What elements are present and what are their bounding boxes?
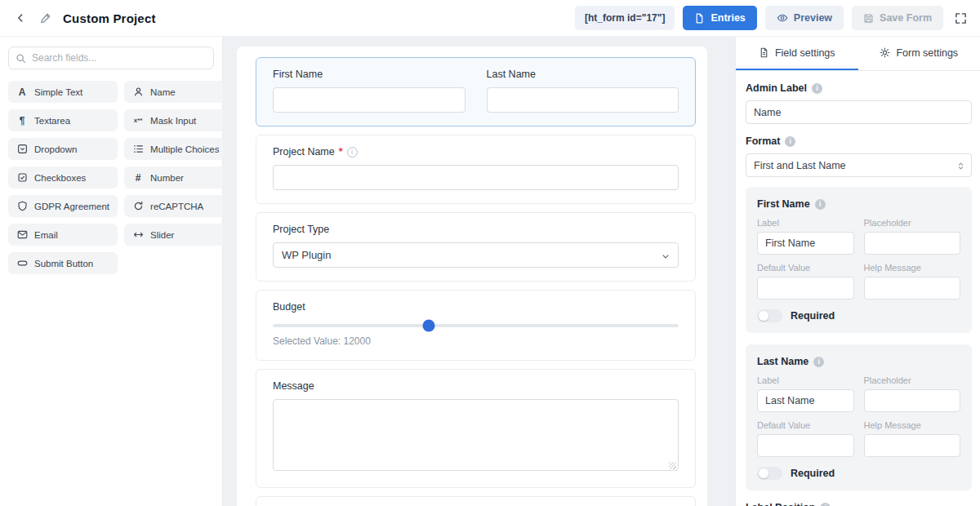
field-type-recaptcha[interactable]: reCAPTCHA: [124, 195, 227, 217]
form-preview-panel: First Name Last Name Project Name * i: [237, 47, 707, 506]
placeholder-caption: Placeholder: [864, 218, 961, 228]
back-button[interactable]: [13, 11, 28, 25]
first-name-settings-group: First Name i Label Placeholder: [746, 187, 972, 333]
chevron-down-icon: [661, 250, 670, 264]
header: Custom Project [ht_form id="17"] Entries…: [0, 0, 980, 37]
edit-title-icon[interactable]: [39, 12, 51, 24]
name-field-block[interactable]: First Name Last Name: [256, 57, 696, 126]
last-name-group-title: Last Name: [757, 356, 808, 367]
project-name-block[interactable]: Project Name * i: [256, 135, 696, 204]
person-icon: [132, 87, 144, 97]
field-type-multiple-choices[interactable]: Multiple Choices: [124, 138, 227, 160]
field-type-gdpr[interactable]: GDPR Agreement: [8, 195, 118, 217]
last-name-default-input[interactable]: [757, 434, 854, 457]
admin-label-input[interactable]: [746, 100, 972, 124]
tab-field-settings[interactable]: Field settings: [736, 37, 858, 70]
first-name-input[interactable]: [273, 87, 466, 113]
fields-sidebar: A Simple Text Name ¶ Textarea x** Mask I…: [0, 37, 223, 506]
save-icon: [863, 13, 874, 24]
save-form-button[interactable]: Save Form: [852, 6, 943, 30]
project-name-label: Project Name: [273, 146, 335, 158]
label-caption: Label: [757, 218, 854, 228]
list-icon: [132, 144, 144, 154]
budget-slider-thumb[interactable]: [423, 320, 435, 332]
field-type-email[interactable]: Email: [8, 224, 118, 246]
placeholder-caption: Placeholder: [864, 375, 961, 385]
first-name-group-title: First Name: [757, 198, 810, 210]
shield-icon: [16, 201, 28, 211]
document-icon: [759, 47, 769, 58]
refresh-icon: [132, 201, 144, 211]
info-icon: i: [820, 503, 831, 506]
mask-icon: x**: [132, 117, 144, 124]
message-textarea[interactable]: [273, 399, 679, 471]
field-type-dropdown[interactable]: Dropdown: [8, 138, 118, 160]
text-icon: A: [16, 87, 28, 98]
info-icon: i: [347, 147, 358, 158]
first-name-label: First Name: [273, 69, 466, 80]
first-name-help-input[interactable]: [864, 277, 961, 300]
required-label: Required: [791, 310, 835, 322]
last-name-input[interactable]: [487, 87, 679, 113]
first-name-label-input[interactable]: [757, 232, 854, 255]
first-name-default-input[interactable]: [757, 277, 854, 300]
info-icon: i: [785, 136, 795, 147]
project-type-block[interactable]: Project Type: [256, 212, 696, 282]
field-type-grid: A Simple Text Name ¶ Textarea x** Mask I…: [8, 81, 214, 274]
default-value-caption: Default Value: [757, 263, 854, 273]
form-canvas: First Name Last Name Project Name * i: [223, 37, 735, 506]
info-icon: i: [813, 357, 824, 367]
submit-block[interactable]: Submit: [256, 496, 696, 506]
arrows-horizontal-icon: [132, 229, 144, 240]
field-type-simple-text[interactable]: A Simple Text: [8, 81, 118, 103]
tab-form-settings[interactable]: Form settings: [858, 37, 980, 70]
fullscreen-icon: [955, 12, 967, 24]
budget-slider-track[interactable]: [273, 324, 679, 327]
format-label: Format: [746, 135, 780, 147]
field-type-checkboxes[interactable]: Checkboxes: [8, 166, 118, 189]
page-title: Custom Project: [63, 11, 156, 25]
field-type-textarea[interactable]: ¶ Textarea: [8, 109, 118, 131]
field-type-name[interactable]: Name: [124, 81, 227, 103]
info-icon: i: [815, 199, 826, 210]
field-type-mask-input[interactable]: x** Mask Input: [124, 109, 227, 131]
field-type-slider[interactable]: Slider: [124, 224, 227, 246]
checkbox-icon: [16, 172, 28, 183]
last-name-label-input[interactable]: [757, 389, 854, 412]
field-type-number[interactable]: # Number: [124, 166, 227, 189]
field-settings-body: Admin Label i Format i Firs: [736, 71, 980, 506]
updown-arrows-icon: [956, 160, 965, 175]
message-block[interactable]: Message: [256, 369, 696, 488]
resize-grip-icon[interactable]: [669, 462, 676, 469]
form-builder-app: Custom Project [ht_form id="17"] Entries…: [0, 0, 980, 506]
entries-button[interactable]: Entries: [683, 6, 756, 30]
label-caption: Label: [757, 375, 854, 385]
project-type-select[interactable]: [273, 242, 679, 268]
field-type-submit-button[interactable]: Submit Button: [8, 252, 118, 274]
label-position-label: Label Position: [746, 502, 815, 506]
settings-tabs: Field settings Form settings: [736, 37, 980, 71]
last-name-help-input[interactable]: [864, 434, 961, 457]
gear-icon: [880, 47, 890, 58]
last-name-settings-group: Last Name i Label Placeholder: [746, 344, 972, 490]
required-label: Required: [791, 468, 835, 479]
last-name-label: Last Name: [487, 69, 679, 80]
paragraph-icon: ¶: [16, 115, 28, 126]
first-name-placeholder-input[interactable]: [864, 232, 961, 255]
settings-panel: Field settings Form settings Admin Label…: [735, 37, 980, 506]
last-name-placeholder-input[interactable]: [864, 389, 961, 412]
first-name-required-toggle[interactable]: [757, 309, 782, 322]
envelope-icon: [16, 229, 28, 240]
preview-button[interactable]: Preview: [765, 6, 844, 30]
message-label: Message: [273, 380, 679, 392]
hash-icon: #: [132, 172, 144, 184]
budget-block[interactable]: Budget Selected Value: 12000: [256, 290, 696, 361]
admin-label-label: Admin Label: [746, 82, 807, 94]
shortcode-chip[interactable]: [ht_form id="17"]: [575, 6, 675, 30]
format-select[interactable]: [746, 153, 972, 177]
last-name-required-toggle[interactable]: [757, 467, 782, 480]
dropdown-icon: [16, 144, 28, 154]
search-input[interactable]: [8, 47, 214, 69]
fullscreen-button[interactable]: [953, 11, 969, 26]
project-name-input[interactable]: [273, 165, 679, 190]
